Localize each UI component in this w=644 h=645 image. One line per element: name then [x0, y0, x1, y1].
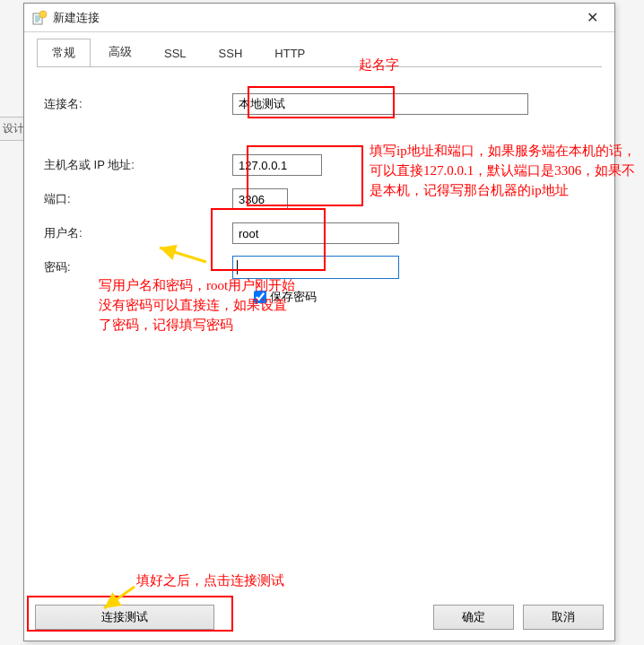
tab-http[interactable]: HTTP — [260, 41, 319, 66]
tab-ssh[interactable]: SSH — [205, 41, 257, 66]
tab-ssl[interactable]: SSL — [150, 41, 201, 66]
port-input[interactable] — [232, 188, 288, 210]
form: 连接名: 主机名或 IP 地址: 端口: 用户名: 密码: 保存密码 — [24, 66, 614, 597]
new-connection-dialog: 新建连接 ✕ 常规 高级 SSL SSH HTTP 连接名: 主机名或 IP 地… — [23, 3, 615, 641]
dialog-title: 新建连接 — [53, 10, 575, 26]
save-password-label: 保存密码 — [270, 289, 317, 305]
user-label: 用户名: — [44, 225, 232, 241]
button-bar: 连接测试 确定 取消 — [24, 597, 614, 641]
save-password-checkbox[interactable] — [254, 291, 266, 303]
user-input[interactable] — [232, 222, 399, 244]
port-label: 端口: — [44, 191, 232, 207]
pass-input-wrap — [232, 256, 399, 279]
test-connection-button[interactable]: 连接测试 — [35, 605, 214, 630]
cancel-button[interactable]: 取消 — [523, 605, 604, 630]
pass-label: 密码: — [44, 259, 232, 275]
svg-point-1 — [39, 11, 47, 18]
host-input[interactable] — [232, 154, 322, 176]
close-icon[interactable]: ✕ — [575, 5, 609, 31]
tab-general[interactable]: 常规 — [37, 39, 91, 67]
app-icon — [31, 10, 48, 26]
conn-name-input[interactable] — [232, 93, 528, 115]
tab-advanced[interactable]: 高级 — [94, 39, 146, 66]
tabs: 常规 高级 SSL SSH HTTP — [24, 32, 614, 66]
ok-button[interactable]: 确定 — [433, 605, 514, 630]
host-label: 主机名或 IP 地址: — [44, 157, 232, 173]
conn-name-label: 连接名: — [44, 96, 232, 112]
pass-input[interactable] — [238, 257, 395, 278]
titlebar: 新建连接 ✕ — [24, 4, 614, 32]
